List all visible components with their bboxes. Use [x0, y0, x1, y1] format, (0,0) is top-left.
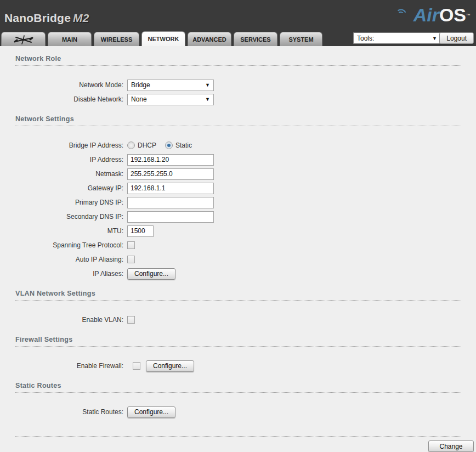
vlan-form: Enable VLAN:	[15, 313, 461, 327]
enable-vlan-label: Enable VLAN:	[15, 316, 127, 324]
airos-logo: AirOS™	[413, 4, 471, 25]
ubiquiti-antenna-icon	[13, 35, 34, 44]
product-model: M2	[71, 12, 89, 24]
dhcp-radio-circle	[127, 142, 135, 149]
secondary-dns-label: Secondary DNS IP:	[15, 213, 127, 221]
tab-wireless[interactable]: WIRELESS	[94, 32, 139, 46]
static-routes-form: Static Routes: Configure...	[15, 405, 461, 419]
network-mode-label: Network Mode:	[15, 81, 127, 89]
bridge-ip-label: Bridge IP Address:	[15, 142, 127, 149]
secondary-dns-input[interactable]	[127, 211, 214, 223]
enable-firewall-checkbox[interactable]	[133, 362, 140, 370]
primary-dns-label: Primary DNS IP:	[15, 199, 127, 206]
stp-row: Spanning Tree Protocol:	[15, 238, 461, 252]
ip-aliases-row: IP Aliases: Configure...	[15, 267, 461, 281]
disable-network-value: None	[131, 95, 147, 103]
mtu-input[interactable]	[127, 225, 154, 237]
stp-label: Spanning Tree Protocol:	[15, 241, 127, 249]
airos-logo-os: OS	[439, 4, 466, 25]
bridge-ip-radio-group: DHCP Static	[127, 142, 201, 149]
section-title-static-routes: Static Routes	[15, 382, 461, 393]
tab-bar: MAIN WIRELESS NETWORK ADVANCED SERVICES …	[0, 31, 476, 46]
tab-network[interactable]: NETWORK	[141, 31, 185, 46]
static-radio-circle	[165, 142, 173, 149]
logout-button[interactable]: Logout	[439, 32, 474, 44]
secondary-dns-row: Secondary DNS IP:	[15, 210, 461, 224]
ip-aliases-label: IP Aliases:	[15, 270, 127, 278]
tab-advanced[interactable]: ADVANCED	[188, 32, 231, 46]
tab-wireless-label: WIRELESS	[101, 36, 132, 43]
network-mode-value: Bridge	[131, 81, 150, 89]
tab-ubiquiti-home[interactable]	[1, 32, 46, 46]
auto-ip-aliasing-label: Auto IP Aliasing:	[15, 256, 127, 263]
section-title-network-role: Network Role	[15, 55, 461, 66]
disable-network-select[interactable]: None ▼	[127, 94, 214, 105]
network-role-form: Network Mode: Bridge ▼ Disable Network: …	[15, 78, 461, 106]
header: NanoBridgeM2 AirOS™	[0, 0, 476, 46]
chevron-down-icon: ▼	[205, 82, 210, 88]
auto-ip-aliasing-checkbox[interactable]	[127, 256, 135, 263]
bridge-ip-row: Bridge IP Address: DHCP Static	[15, 138, 461, 152]
network-mode-select[interactable]: Bridge ▼	[127, 80, 214, 91]
change-button[interactable]: Change	[428, 440, 474, 452]
netmask-row: Netmask:	[15, 167, 461, 181]
network-page: Network Role Network Mode: Bridge ▼ Disa…	[0, 55, 476, 452]
tools-dropdown-label: Tools:	[357, 35, 374, 42]
tab-services-label: SERVICES	[240, 36, 270, 43]
tab-system-label: SYSTEM	[288, 36, 313, 43]
static-radio-label: Static	[175, 142, 192, 149]
tools-dropdown[interactable]: Tools: ▼	[353, 32, 441, 44]
enable-firewall-row: Enable Firewall: Configure...	[15, 359, 461, 373]
disable-network-label: Disable Network:	[15, 95, 127, 103]
firewall-configure-button[interactable]: Configure...	[146, 360, 194, 372]
footer-divider	[15, 436, 461, 437]
netmask-input[interactable]	[127, 168, 214, 180]
product-title: NanoBridgeM2	[4, 12, 89, 25]
airos-logo-tm: ™	[466, 13, 471, 18]
tab-main-label: MAIN	[62, 36, 77, 43]
gateway-row: Gateway IP:	[15, 181, 461, 195]
mtu-row: MTU:	[15, 224, 461, 238]
section-title-vlan: VLAN Network Settings	[15, 290, 461, 301]
tab-network-label: NETWORK	[148, 36, 179, 42]
section-title-network-settings: Network Settings	[15, 115, 461, 126]
footer-row: Change	[15, 440, 474, 452]
tab-advanced-label: ADVANCED	[192, 36, 226, 43]
static-routes-configure-button[interactable]: Configure...	[127, 406, 175, 418]
dhcp-radio[interactable]: DHCP	[127, 142, 156, 149]
mtu-label: MTU:	[15, 227, 127, 235]
primary-dns-input[interactable]	[127, 197, 214, 208]
dhcp-radio-label: DHCP	[138, 142, 156, 149]
stp-checkbox[interactable]	[127, 241, 135, 249]
static-routes-row: Static Routes: Configure...	[15, 405, 461, 419]
network-mode-row: Network Mode: Bridge ▼	[15, 78, 461, 92]
enable-vlan-checkbox[interactable]	[127, 316, 135, 324]
netmask-label: Netmask:	[15, 170, 127, 178]
network-settings-form: Bridge IP Address: DHCP Static IP Addres…	[15, 138, 461, 281]
enable-firewall-label: Enable Firewall:	[15, 362, 127, 370]
enable-vlan-row: Enable VLAN:	[15, 313, 461, 327]
chevron-down-icon: ▼	[205, 97, 210, 102]
static-radio[interactable]: Static	[165, 142, 192, 149]
chevron-down-icon: ▼	[432, 36, 437, 41]
tab-main[interactable]: MAIN	[48, 32, 92, 46]
ip-address-label: IP Address:	[15, 156, 127, 163]
primary-dns-row: Primary DNS IP:	[15, 195, 461, 210]
ip-address-input[interactable]	[127, 154, 214, 166]
tab-services[interactable]: SERVICES	[234, 32, 277, 46]
ip-aliases-configure-button[interactable]: Configure...	[127, 268, 175, 280]
firewall-form: Enable Firewall: Configure...	[15, 359, 461, 373]
gateway-input[interactable]	[127, 183, 214, 194]
ip-address-row: IP Address:	[15, 152, 461, 167]
airos-logo-air: Air	[413, 4, 439, 25]
tab-system[interactable]: SYSTEM	[280, 32, 322, 46]
wifi-signal-icon	[395, 5, 407, 13]
gateway-label: Gateway IP:	[15, 184, 127, 192]
product-name: NanoBridge	[4, 12, 71, 24]
section-title-firewall: Firewall Settings	[15, 336, 461, 347]
disable-network-row: Disable Network: None ▼	[15, 92, 461, 106]
static-routes-label: Static Routes:	[15, 408, 127, 416]
auto-ip-aliasing-row: Auto IP Aliasing:	[15, 252, 461, 267]
